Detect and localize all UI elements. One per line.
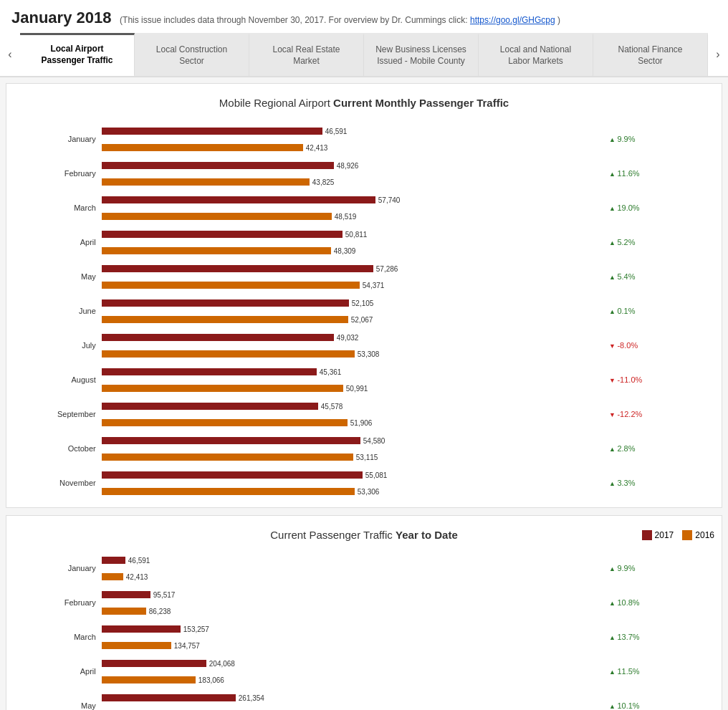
- bar-2017: [102, 403, 318, 410]
- month-label: February: [6, 585, 99, 620]
- bar-chart-table: January46,5919.9%42,413February48,92611.…: [6, 122, 722, 500]
- bar-value-2017: 153,257: [183, 625, 209, 633]
- bar-value-2016: 53,306: [358, 488, 380, 496]
- month-label: January: [6, 122, 99, 156]
- pct-value: 2.8%: [609, 444, 636, 453]
- table-row: January46,5919.9%: [6, 122, 722, 139]
- bar-2017: [102, 694, 236, 701]
- pct-value: 13.7%: [609, 633, 640, 641]
- table-row: September45,578-12.2%: [6, 397, 722, 414]
- bar-2017-cell: 46,591: [99, 122, 606, 139]
- month-label: April: [6, 654, 99, 689]
- pct-value: 11.6%: [609, 169, 640, 178]
- month-label: February: [6, 156, 99, 191]
- bar-value-2016: 183,066: [198, 676, 224, 684]
- chart-monthly-title: Mobile Regional Airport Current Monthly …: [6, 91, 722, 115]
- bar-2016-cell: 53,308: [99, 345, 606, 363]
- bar-2017: [102, 265, 373, 272]
- bar-2017-cell: 55,081: [99, 466, 606, 483]
- table-row: November55,0813.3%: [6, 466, 722, 483]
- bar-2017-cell: 57,740: [99, 191, 606, 208]
- bar-2016-cell: 42,413: [99, 568, 606, 585]
- page-subtitle: (This issue includes data through Novemb…: [120, 15, 560, 25]
- tab-bar: ‹ Local Airport Passenger Traffic Local …: [0, 33, 728, 77]
- bar-2016: [102, 488, 355, 495]
- legend-2017: 2017: [642, 530, 674, 540]
- bar-2016: [102, 385, 343, 392]
- bar-2016-cell: 51,906: [99, 414, 606, 431]
- pct-value: 9.9%: [609, 135, 636, 143]
- bar-2017-cell: 54,580: [99, 431, 606, 448]
- bar-2016-cell: 43,825: [99, 173, 606, 191]
- pct-value: 10.8%: [609, 598, 640, 607]
- tab-licenses[interactable]: New Business Licenses Issued - Mobile Co…: [364, 33, 479, 76]
- month-label: May: [6, 259, 99, 294]
- tab-prev-button[interactable]: ‹: [0, 33, 20, 76]
- overview-link[interactable]: https://goo.gl/GHGcpg: [470, 15, 555, 25]
- bar-2016: [102, 350, 355, 358]
- bar-value-2017: 45,361: [320, 368, 342, 376]
- pct-cell: -12.2%: [606, 397, 722, 431]
- table-row: March153,25713.7%: [6, 620, 722, 637]
- month-label: August: [6, 363, 99, 397]
- bar-2016-cell: 42,413: [99, 139, 606, 156]
- bar-value-2016: 48,519: [335, 213, 357, 221]
- table-row: October54,5802.8%: [6, 431, 722, 448]
- pct-cell: -8.0%: [606, 328, 722, 363]
- bar-2017: [102, 334, 334, 341]
- pct-cell: 11.6%: [606, 156, 722, 191]
- bar-2016: [102, 676, 196, 683]
- chart-monthly-bars: January46,5919.9%42,413February48,92611.…: [6, 122, 722, 500]
- table-row: May261,35410.1%: [6, 689, 722, 706]
- table-row: January46,5919.9%: [6, 551, 722, 568]
- bar-2016-cell: 48,309: [99, 242, 606, 259]
- bar-2016: [102, 178, 310, 186]
- pct-cell: 11.5%: [606, 654, 722, 689]
- pct-value: -8.0%: [609, 341, 638, 350]
- pct-cell: 0.1%: [606, 294, 722, 328]
- tab-next-button[interactable]: ›: [708, 33, 728, 76]
- bar-2017: [102, 368, 317, 375]
- bar-value-2017: 261,354: [239, 694, 264, 702]
- bar-2017: [102, 625, 181, 633]
- table-row: March57,74019.0%: [6, 191, 722, 208]
- pct-value: 9.9%: [609, 564, 636, 572]
- pct-cell: 5.4%: [606, 259, 722, 294]
- tab-airport[interactable]: Local Airport Passenger Traffic: [20, 33, 135, 76]
- tab-construction[interactable]: Local Construction Sector: [135, 33, 249, 76]
- bar-2017: [102, 196, 375, 203]
- bar-value-2016: 42,413: [306, 144, 328, 152]
- page-header: January 2018 (This issue includes data t…: [0, 0, 728, 33]
- bar-2017-cell: 49,032: [99, 328, 606, 345]
- pct-value: 3.3%: [609, 479, 636, 487]
- bar-value-2017: 55,081: [365, 471, 388, 479]
- bar-2017-cell: 45,578: [99, 397, 606, 414]
- bar-2016-cell: 53,115: [99, 448, 606, 466]
- tab-labor[interactable]: Local and National Labor Markets: [479, 33, 593, 76]
- table-row: June52,1050.1%: [6, 294, 722, 311]
- pct-cell: 3.3%: [606, 466, 722, 500]
- month-label: May: [6, 689, 99, 710]
- bar-2017-cell: 52,105: [99, 294, 606, 311]
- bar-2017: [102, 591, 150, 598]
- legend-2016: 2016: [682, 530, 714, 540]
- table-row: February48,92611.6%: [6, 156, 722, 173]
- pct-value: -12.2%: [609, 410, 642, 418]
- pct-cell: 10.8%: [606, 585, 722, 620]
- bar-2016-cell: 183,066: [99, 671, 606, 689]
- table-row: May57,2865.4%: [6, 259, 722, 277]
- tab-finance[interactable]: National Finance Sector: [593, 33, 708, 76]
- bar-2016: [102, 247, 331, 254]
- bar-2017-cell: 45,361: [99, 363, 606, 380]
- legend-2016-box: [682, 530, 692, 540]
- month-label: November: [6, 466, 99, 500]
- pct-value: 5.4%: [609, 272, 636, 281]
- bar-value-2017: 204,068: [209, 660, 235, 668]
- month-label: June: [6, 294, 99, 328]
- bar-2017-cell: 153,257: [99, 620, 606, 637]
- bar-2016-cell: 52,067: [99, 311, 606, 328]
- bar-2017-cell: 48,926: [99, 156, 606, 173]
- legend-2017-box: [642, 530, 652, 540]
- tab-realestate[interactable]: Local Real Estate Market: [249, 33, 364, 76]
- pct-value: 10.1%: [609, 701, 640, 710]
